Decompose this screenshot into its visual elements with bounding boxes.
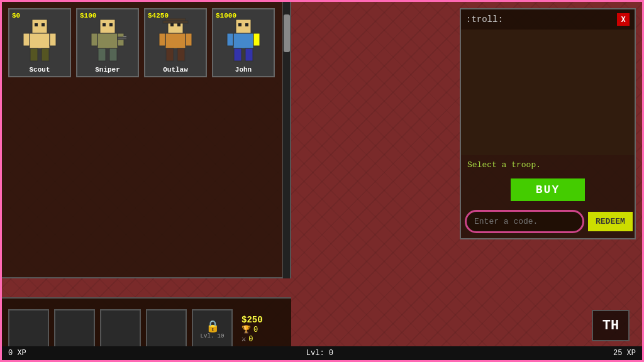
svg-rect-34 — [234, 48, 242, 61]
svg-rect-16 — [98, 48, 106, 61]
svg-rect-35 — [245, 48, 253, 61]
redeem-button[interactable]: REDEEM — [588, 212, 633, 231]
troop-card-scout[interactable]: $0 Scout — [8, 8, 71, 77]
troop-card-john[interactable]: $1000 John — [212, 8, 275, 77]
stats-area: $250 🏆 0 ⚔ 0 — [242, 315, 263, 344]
svg-rect-2 — [42, 23, 45, 26]
svg-rect-21 — [170, 23, 174, 26]
svg-rect-10 — [109, 23, 113, 26]
scout-figure — [18, 16, 62, 63]
svg-rect-27 — [177, 48, 185, 61]
svg-rect-24 — [159, 33, 165, 46]
john-name: John — [235, 66, 252, 76]
john-price: $1000 — [216, 12, 236, 19]
scout-price: $0 — [12, 12, 20, 19]
kill-count: 0 — [248, 335, 253, 344]
svg-rect-7 — [42, 48, 49, 61]
john-figure — [221, 16, 265, 63]
svg-rect-26 — [166, 48, 174, 61]
troop-preview-area — [461, 30, 635, 155]
svg-rect-30 — [245, 23, 248, 26]
svg-rect-0 — [32, 19, 47, 33]
panel-header: :troll: X — [461, 9, 635, 30]
inventory-slot-2[interactable] — [54, 309, 95, 350]
svg-rect-6 — [30, 48, 38, 61]
scrollbar[interactable] — [282, 2, 290, 278]
svg-rect-1 — [35, 23, 38, 26]
svg-rect-23 — [165, 33, 186, 48]
svg-rect-15 — [123, 36, 126, 37]
svg-rect-22 — [177, 23, 180, 26]
svg-rect-33 — [253, 33, 260, 46]
left-panel: $0 Scout — [2, 2, 291, 278]
money-display: $250 — [242, 315, 263, 325]
code-section: REDEEM — [461, 205, 635, 238]
logo-text: TH — [602, 318, 619, 334]
outlaw-price: $4250 — [148, 12, 169, 19]
svg-rect-8 — [100, 19, 115, 33]
right-panel: :troll: X Select a troop. BUY REDEEM — [460, 8, 636, 239]
svg-rect-14 — [118, 37, 126, 40]
svg-rect-12 — [91, 33, 97, 46]
svg-rect-5 — [50, 33, 56, 46]
sniper-price: $100 — [80, 12, 96, 19]
sniper-figure — [86, 16, 130, 63]
xp-right: 25 XP — [613, 349, 636, 358]
inventory-slot-1[interactable] — [8, 309, 49, 350]
troop-card-outlaw[interactable]: $4250 Outlaw — [144, 8, 207, 77]
kill-stat: ⚔ 0 — [242, 334, 263, 344]
scroll-thumb[interactable] — [284, 14, 290, 52]
code-input[interactable] — [465, 210, 584, 233]
svg-rect-32 — [227, 33, 233, 46]
inventory-slot-5-locked: 🔒 Lvl. 10 — [192, 309, 233, 350]
trophy-stat: 🏆 0 — [242, 325, 263, 334]
svg-rect-17 — [109, 48, 117, 61]
svg-rect-3 — [30, 33, 50, 48]
svg-rect-20 — [163, 21, 188, 23]
sword-icon: ⚔ — [242, 334, 246, 344]
inventory-slot-4[interactable] — [146, 309, 187, 350]
outlaw-name: Outlaw — [163, 66, 188, 76]
troop-card-sniper[interactable]: $100 Sniper — [76, 8, 139, 77]
svg-rect-31 — [233, 33, 253, 48]
troop-grid: $0 Scout — [2, 2, 290, 84]
level-requirement: Lvl. 10 — [201, 333, 225, 339]
sniper-name: Sniper — [95, 66, 120, 76]
trophy-icon: 🏆 — [242, 325, 251, 334]
svg-rect-29 — [238, 23, 242, 26]
xp-middle: Lvl: 0 — [306, 349, 333, 358]
svg-rect-11 — [97, 33, 118, 48]
troll-text: :troll: — [466, 14, 503, 25]
close-button[interactable]: X — [617, 13, 630, 26]
inventory-slot-3[interactable] — [100, 309, 141, 350]
th-logo: TH — [592, 310, 630, 341]
svg-rect-9 — [103, 23, 106, 26]
lock-icon: 🔒 — [206, 319, 219, 333]
buy-button[interactable]: BUY — [511, 178, 585, 201]
outlaw-figure — [153, 16, 197, 63]
xp-left: 0 XP — [8, 349, 26, 358]
svg-rect-4 — [23, 33, 30, 46]
svg-rect-25 — [186, 33, 192, 46]
scout-name: Scout — [29, 66, 50, 76]
svg-rect-28 — [236, 19, 251, 33]
select-troop-text: Select a troop. — [461, 155, 635, 175]
trophy-count: 0 — [253, 326, 258, 334]
xp-bar: 0 XP Lvl: 0 25 XP — [2, 346, 642, 360]
